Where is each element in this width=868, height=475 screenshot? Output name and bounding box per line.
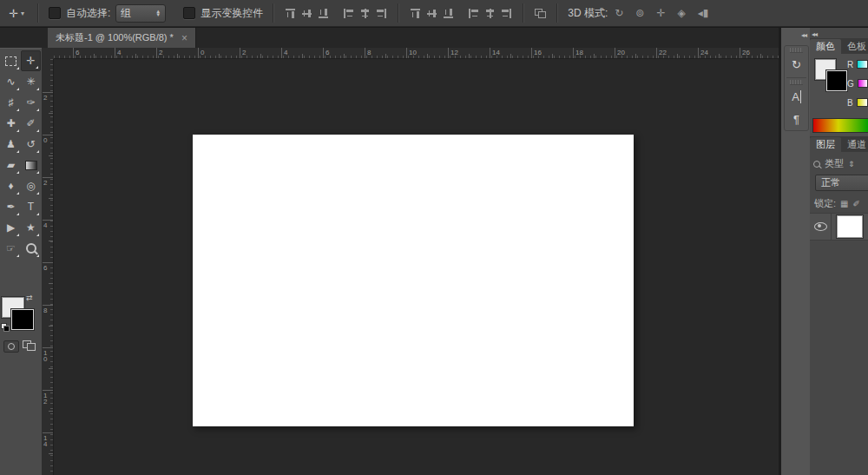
- 3d-roll-icon[interactable]: ⊚: [634, 7, 646, 19]
- ruler-label: 10: [409, 49, 417, 56]
- brush-tool[interactable]: ✐: [21, 113, 41, 134]
- auto-align-layers-icon[interactable]: [534, 8, 547, 19]
- blur-icon: ♦: [8, 180, 13, 192]
- background-color-swatch[interactable]: [826, 70, 847, 91]
- pen-tool[interactable]: ✒: [1, 196, 21, 217]
- background-color-swatch[interactable]: [11, 309, 34, 330]
- show-transform-checkbox[interactable]: [183, 7, 195, 19]
- layer-row[interactable]: [810, 213, 868, 241]
- filter-type-label[interactable]: 类型: [825, 157, 844, 170]
- layer-thumbnail[interactable]: [837, 215, 863, 238]
- options-bar: ✛ ▾ 自动选择: 组 ▲▼ 显示变换控件 3D 模式: ↻⊚✛◈◂▮: [0, 0, 868, 27]
- auto-select-checkbox[interactable]: [49, 7, 61, 19]
- custom-shape-tool[interactable]: ★: [21, 217, 41, 238]
- brush-icon: ✐: [26, 117, 35, 129]
- quick-mask-button[interactable]: [3, 340, 19, 353]
- type-tool[interactable]: T: [21, 196, 41, 217]
- 3d-camera-icon[interactable]: ◂▮: [696, 7, 711, 19]
- align-bottom-edges[interactable]: [318, 7, 329, 20]
- lasso-tool[interactable]: ∿: [1, 71, 21, 92]
- tab-layers[interactable]: 图层: [810, 137, 841, 152]
- character-panel-icon[interactable]: A: [785, 85, 808, 108]
- default-colors-icon[interactable]: [1, 323, 10, 331]
- 3d-mode-icon-group: ↻⊚✛◈◂▮: [613, 7, 710, 19]
- ruler-label: 2: [43, 180, 47, 186]
- document-tab[interactable]: 未标题-1 @ 100%(RGB/8) * ×: [48, 28, 196, 48]
- history-panel-icon[interactable]: ↻: [785, 53, 808, 76]
- history-brush-tool[interactable]: ↺: [21, 134, 41, 155]
- tab-swatches[interactable]: 色板: [841, 39, 868, 54]
- blur-tool[interactable]: ♦: [1, 175, 21, 196]
- green-slider[interactable]: [858, 79, 868, 88]
- ruler-tick: [490, 48, 490, 58]
- tab-channels[interactable]: 通道: [841, 137, 868, 152]
- 3d-pan-icon[interactable]: ✛: [654, 7, 667, 19]
- ruler-label: 14: [492, 49, 500, 56]
- 3d-rotate-icon[interactable]: ↻: [613, 7, 625, 19]
- distribute-left-edges[interactable]: [467, 8, 480, 19]
- auto-select-value: 组: [121, 6, 131, 21]
- tab-color[interactable]: 颜色: [810, 39, 841, 54]
- distribute-top-edges[interactable]: [410, 7, 421, 20]
- ruler-label: 4: [43, 222, 47, 228]
- ruler-label: 20: [617, 49, 625, 56]
- lock-paint-icon[interactable]: ✐: [853, 199, 860, 208]
- clone-stamp-tool[interactable]: ♟: [1, 134, 21, 155]
- hand-tool[interactable]: ☞: [1, 238, 21, 259]
- lock-transparent-icon[interactable]: ▦: [840, 199, 848, 208]
- ruler-label: 8: [43, 307, 47, 313]
- move-tool[interactable]: ✛: [21, 50, 41, 71]
- eyedropper-tool[interactable]: ✑: [21, 92, 41, 113]
- filter-arrows-icon[interactable]: ⇕: [848, 160, 855, 168]
- ruler-tick: [43, 177, 54, 178]
- zoom-tool[interactable]: [21, 238, 41, 259]
- collapse-panels-icon[interactable]: ◂◂: [812, 30, 817, 38]
- canvas-pasteboard[interactable]: [54, 59, 779, 475]
- color-spectrum-ramp[interactable]: [812, 118, 868, 133]
- distribute-horizontal-centers[interactable]: [483, 8, 496, 19]
- align-horizontal-centers[interactable]: [358, 8, 372, 19]
- spot-healing-brush-tool[interactable]: ✚: [1, 113, 21, 134]
- ruler-corner[interactable]: [42, 48, 55, 60]
- document-canvas[interactable]: [193, 135, 634, 426]
- screen-mode-button[interactable]: [23, 340, 36, 351]
- align-left-edges[interactable]: [342, 8, 355, 19]
- vertical-ruler[interactable]: 2024681 01 21 4: [42, 59, 54, 475]
- gradient-tool[interactable]: [21, 155, 41, 175]
- align-top-edges[interactable]: [285, 7, 296, 20]
- align-vertical-centers[interactable]: [301, 7, 312, 20]
- tools-panel: ✛∿✳♯✑✚✐♟↺▰♦◎✒T▶★☞ ⇄: [0, 48, 42, 475]
- collapse-dock-icon[interactable]: ◂◂: [801, 31, 806, 39]
- lock-row: 锁定: ▦ ✐: [814, 197, 860, 210]
- color-swatches: ⇄: [0, 295, 42, 340]
- eraser-tool[interactable]: ▰: [1, 155, 21, 175]
- blue-slider[interactable]: [857, 98, 868, 107]
- layers-panel-body: 类型 ⇕ 正常 锁定: ▦ ✐: [810, 152, 868, 475]
- blend-mode-dropdown[interactable]: 正常: [815, 175, 868, 191]
- rectangular-marquee-tool[interactable]: [1, 50, 21, 71]
- path-selection-tool[interactable]: ▶: [1, 217, 21, 238]
- ruler-label: 1 0: [43, 350, 47, 362]
- auto-select-dropdown[interactable]: 组 ▲▼: [115, 4, 166, 23]
- divider: [37, 3, 39, 23]
- crop-tool[interactable]: ♯: [1, 92, 21, 113]
- swap-colors-icon[interactable]: ⇄: [26, 294, 33, 302]
- move-tool-icon: ✛: [9, 7, 18, 20]
- color-panel-tabs: 颜色 色板: [810, 38, 868, 54]
- distribute-bottom-edges[interactable]: [443, 7, 454, 20]
- eye-cell[interactable]: [810, 214, 832, 240]
- paragraph-panel-icon[interactable]: ¶: [785, 108, 808, 130]
- close-icon[interactable]: ×: [181, 32, 187, 44]
- ruler-tick: [43, 390, 54, 391]
- divider: [273, 3, 274, 23]
- align-right-edges[interactable]: [375, 8, 388, 19]
- tool-preset-picker[interactable]: ✛ ▾: [5, 5, 28, 22]
- horizontal-ruler[interactable]: 64202468101214161820222426: [54, 48, 779, 59]
- magic-wand-tool[interactable]: ✳: [21, 71, 41, 92]
- dodge-tool[interactable]: ◎: [21, 175, 41, 196]
- red-slider[interactable]: [857, 60, 868, 69]
- 3d-slide-icon[interactable]: ◈: [675, 7, 687, 19]
- tool-grid: ✛∿✳♯✑✚✐♟↺▰♦◎✒T▶★☞: [1, 50, 41, 259]
- distribute-vertical-centers[interactable]: [426, 7, 437, 20]
- distribute-right-edges[interactable]: [500, 8, 513, 19]
